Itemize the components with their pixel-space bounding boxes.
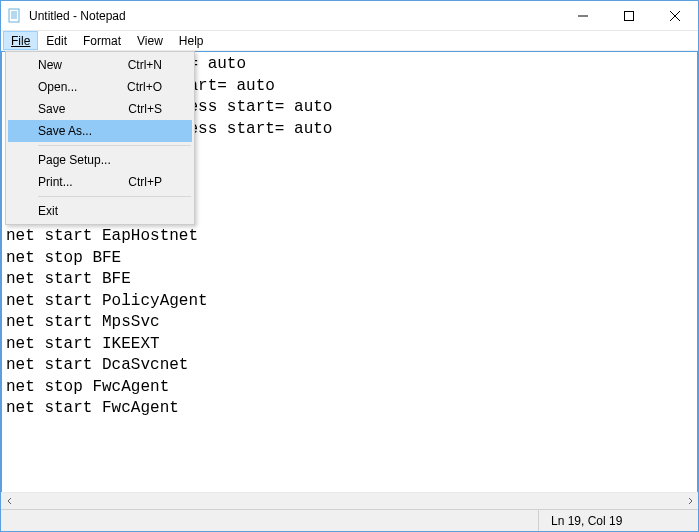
menu-view[interactable]: View xyxy=(129,31,171,50)
titlebar: Untitled - Notepad xyxy=(1,1,698,31)
menu-separator xyxy=(38,145,191,146)
menu-view-label: View xyxy=(137,34,163,48)
maximize-icon xyxy=(624,11,634,21)
menu-separator xyxy=(38,196,191,197)
maximize-button[interactable] xyxy=(606,1,652,31)
close-button[interactable] xyxy=(652,1,698,31)
file-menu-open[interactable]: Open... Ctrl+O xyxy=(8,76,192,98)
file-menu-save[interactable]: Save Ctrl+S xyxy=(8,98,192,120)
file-menu-new[interactable]: New Ctrl+N xyxy=(8,54,192,76)
file-menu-save-label: Save xyxy=(38,102,128,116)
file-menu-page-setup[interactable]: Page Setup... xyxy=(8,149,192,171)
menu-help-label: Help xyxy=(179,34,204,48)
menu-edit[interactable]: Edit xyxy=(38,31,75,50)
svg-rect-6 xyxy=(625,11,634,20)
menu-format[interactable]: Format xyxy=(75,31,129,50)
statusbar: Ln 19, Col 19 xyxy=(1,509,698,531)
minimize-icon xyxy=(578,11,588,21)
file-menu-open-label: Open... xyxy=(38,80,127,94)
menubar: File Edit Format View Help xyxy=(1,31,698,51)
menu-edit-label: Edit xyxy=(46,34,67,48)
chevron-right-icon xyxy=(686,497,694,505)
chevron-left-icon xyxy=(6,497,14,505)
file-menu-print[interactable]: Print... Ctrl+P xyxy=(8,171,192,193)
file-menu-save-shortcut: Ctrl+S xyxy=(128,102,162,116)
horizontal-scrollbar[interactable] xyxy=(1,492,698,509)
file-menu-save-as-label: Save As... xyxy=(38,124,162,138)
file-menu-exit[interactable]: Exit xyxy=(8,200,192,222)
scroll-right-button[interactable] xyxy=(681,493,698,510)
file-menu-print-shortcut: Ctrl+P xyxy=(128,175,162,189)
file-menu-new-shortcut: Ctrl+N xyxy=(128,58,162,72)
menu-help[interactable]: Help xyxy=(171,31,212,50)
menu-file-label: File xyxy=(11,34,30,48)
minimize-button[interactable] xyxy=(560,1,606,31)
window-title: Untitled - Notepad xyxy=(29,9,126,23)
file-menu-print-label: Print... xyxy=(38,175,128,189)
file-menu-exit-label: Exit xyxy=(38,204,162,218)
file-menu-page-setup-label: Page Setup... xyxy=(38,153,162,167)
cursor-position: Ln 19, Col 19 xyxy=(538,510,698,531)
file-menu-dropdown: New Ctrl+N Open... Ctrl+O Save Ctrl+S Sa… xyxy=(5,51,195,225)
notepad-icon xyxy=(7,8,23,24)
file-menu-save-as[interactable]: Save As... xyxy=(8,120,192,142)
scroll-left-button[interactable] xyxy=(1,493,18,510)
file-menu-open-shortcut: Ctrl+O xyxy=(127,80,162,94)
notepad-window: Untitled - Notepad File Edit Format View… xyxy=(0,0,699,532)
file-menu-new-label: New xyxy=(38,58,128,72)
close-icon xyxy=(670,11,680,21)
menu-format-label: Format xyxy=(83,34,121,48)
menu-file[interactable]: File xyxy=(3,31,38,50)
